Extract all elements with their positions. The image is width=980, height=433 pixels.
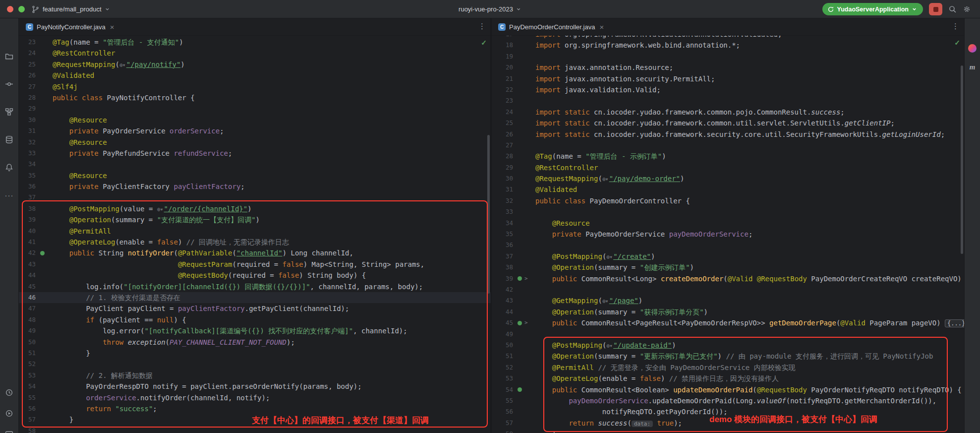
code-line[interactable]: 27@Slf4j <box>19 81 491 92</box>
line-number[interactable]: 34 <box>493 218 513 229</box>
spring-bean-icon[interactable] <box>40 251 45 255</box>
inspections-ok-icon[interactable]: ✓ <box>481 39 487 47</box>
line-number[interactable]: 58 <box>21 426 36 433</box>
code-line[interactable]: 57 return success(data: true); <box>491 418 964 429</box>
code-line[interactable]: 38 @PostMapping(value = ⊕▾"/order/{chann… <box>19 203 491 214</box>
line-number[interactable]: 21 <box>493 73 513 84</box>
line-number[interactable]: 55 <box>493 395 513 406</box>
line-number[interactable]: 44 <box>493 307 513 317</box>
commit-icon[interactable] <box>3 78 15 90</box>
line-number[interactable]: 42 <box>21 247 36 258</box>
line-number[interactable]: 37 <box>493 251 513 262</box>
code-line[interactable]: 34 @Resource <box>491 218 964 229</box>
code-line[interactable]: 48 if (payClient == null) { <box>19 314 491 325</box>
line-number[interactable]: 30 <box>21 115 36 125</box>
line-number[interactable]: 24 <box>493 107 513 118</box>
notifications-bell-icon[interactable] <box>3 161 15 173</box>
line-number[interactable]: 52 <box>493 362 513 373</box>
code-line[interactable]: 25@RequestMapping(⊕▾"/pay/notify") <box>19 59 491 70</box>
line-number[interactable]: 42 <box>493 284 513 295</box>
code-line[interactable]: 26import static cn.iocoder.yudao.framewo… <box>491 129 964 140</box>
project-folder-icon[interactable] <box>3 50 15 62</box>
code-line[interactable]: 32public class PayDemoOrderController { <box>491 195 964 206</box>
database-icon[interactable] <box>3 133 15 145</box>
spring-bean-icon[interactable] <box>518 276 522 281</box>
line-number[interactable]: 43 <box>493 295 513 306</box>
line-number[interactable]: 57 <box>21 414 36 425</box>
ai-assistant-icon[interactable] <box>967 42 979 54</box>
line-number[interactable]: 34 <box>21 159 36 170</box>
line-number[interactable]: 38 <box>21 203 36 214</box>
code-line[interactable]: 34 <box>19 159 491 170</box>
window-close-button[interactable] <box>7 6 13 12</box>
line-number[interactable]: 26 <box>493 129 513 140</box>
line-number[interactable]: 26 <box>21 70 36 81</box>
tab-close-icon[interactable]: × <box>599 23 604 31</box>
inspections-ok-icon[interactable]: ✓ <box>954 39 960 47</box>
recent-clock-icon[interactable] <box>3 386 15 398</box>
code-line[interactable]: 17import org.springframework.validation.… <box>491 36 964 40</box>
code-line[interactable]: 36 private PayClientFactory payClientFac… <box>19 181 491 192</box>
code-line[interactable]: 45 log.info("[notifyOrder][channelId({})… <box>19 281 491 292</box>
code-line[interactable]: 29 <box>19 103 491 114</box>
code-line[interactable]: 22import javax.validation.Valid; <box>491 84 964 95</box>
line-number[interactable]: 48 <box>21 314 36 325</box>
tab-pay-demo-order-controller[interactable]: C PayDemoOrderController.java × <box>491 18 609 36</box>
code-line[interactable]: 42 public String notifyOrder(@PathVariab… <box>19 247 491 258</box>
spring-bean-icon[interactable] <box>518 387 522 392</box>
code-line[interactable]: 37 @PostMapping(⊕▾"/create") <box>491 251 964 262</box>
line-number[interactable]: 23 <box>493 95 513 106</box>
line-number[interactable]: 29 <box>21 103 36 114</box>
line-number[interactable]: 33 <box>493 206 513 217</box>
code-line[interactable]: 29@RestController <box>491 162 964 173</box>
line-number[interactable]: 39 <box>21 214 36 225</box>
line-number[interactable]: 35 <box>493 229 513 240</box>
code-line[interactable]: 51 } <box>19 348 491 359</box>
line-number[interactable]: 44 <box>21 270 36 281</box>
line-number[interactable]: 56 <box>21 403 36 414</box>
line-number[interactable]: 38 <box>493 262 513 273</box>
line-number[interactable]: 30 <box>493 173 513 184</box>
code-line[interactable]: 38 @Operation(summary = "创建示例订单") <box>491 262 964 273</box>
code-line[interactable]: 24@RestController <box>19 48 491 59</box>
maven-tool-icon[interactable]: m <box>967 61 979 73</box>
code-line[interactable]: 53 // 2. 解析通知数据 <box>19 370 491 381</box>
tab-pay-notify-controller[interactable]: C PayNotifyController.java × <box>19 18 119 36</box>
line-number[interactable]: 28 <box>493 151 513 162</box>
code-line[interactable]: 36 <box>491 240 964 250</box>
code-line[interactable]: 57 } <box>19 414 491 425</box>
tab-options-icon[interactable]: ⋮ <box>952 22 959 31</box>
code-line[interactable]: 20import javax.annotation.Resource; <box>491 62 964 73</box>
search-icon[interactable] <box>948 5 957 13</box>
code-editor-left[interactable]: 23@Tag(name = "管理后台 - 支付通知")24@RestContr… <box>19 36 491 433</box>
line-number[interactable]: 27 <box>21 81 36 92</box>
code-line[interactable]: 56 return "success"; <box>19 403 491 414</box>
line-number[interactable]: 53 <box>21 370 36 381</box>
code-line[interactable]: 44 @RequestBody(required = false) String… <box>19 270 491 281</box>
code-line[interactable]: 54 PayOrderRespDTO notify = payClient.pa… <box>19 381 491 392</box>
scrollbar-thumb[interactable] <box>487 135 490 294</box>
more-tools-icon[interactable]: ··· <box>3 189 15 201</box>
line-number[interactable]: 46 <box>21 292 36 303</box>
line-number[interactable]: 40 <box>21 226 36 237</box>
line-number[interactable]: 45 <box>493 317 513 328</box>
code-line[interactable]: 39> public CommonResult<Long> createDemo… <box>491 273 964 284</box>
line-number[interactable]: 19 <box>493 51 513 62</box>
line-number[interactable]: 37 <box>21 192 36 203</box>
terminal-icon[interactable] <box>3 428 15 433</box>
code-line[interactable]: 50 @PostMapping(⊕▾"/update-paid") <box>491 340 964 351</box>
url-inlay-icon[interactable]: ⊕▾ <box>119 62 125 68</box>
code-line[interactable]: 33 private PayRefundService refundServic… <box>19 148 491 159</box>
line-number[interactable]: 39 <box>493 273 513 284</box>
line-number[interactable]: 55 <box>21 392 36 403</box>
line-number[interactable]: 49 <box>493 329 513 340</box>
code-line[interactable]: 33 <box>491 206 964 217</box>
code-line[interactable]: 54 public CommonResult<Boolean> updateDe… <box>491 384 964 395</box>
code-line[interactable]: 51 @Operation(summary = "更新示例订单为已支付") //… <box>491 351 964 362</box>
fold-arrow-icon[interactable]: > <box>524 317 528 328</box>
line-number[interactable]: 50 <box>21 337 36 348</box>
code-line[interactable]: 41 @OperateLog(enable = false) // 回调地址，无… <box>19 237 491 247</box>
tab-options-icon[interactable]: ⋮ <box>478 22 486 31</box>
code-line[interactable]: 49 log.error("[notifyCallback][渠道编号({}) … <box>19 325 491 336</box>
line-number[interactable]: 29 <box>493 162 513 173</box>
